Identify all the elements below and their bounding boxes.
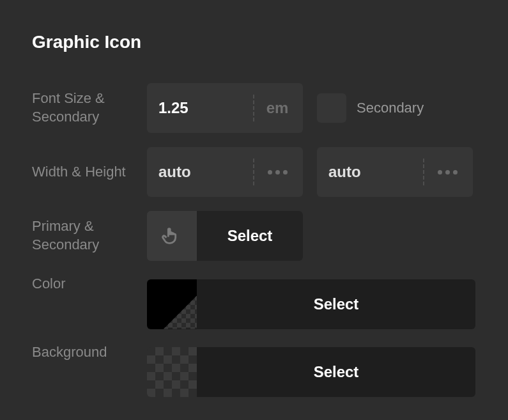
secondary-checkbox[interactable]	[317, 93, 346, 123]
secondary-checkbox-wrap: Secondary	[317, 93, 424, 123]
height-value: auto	[328, 163, 419, 181]
label-fontsize: Font Size & Secondary	[32, 89, 147, 126]
secondary-checkbox-label: Secondary	[357, 100, 424, 116]
divider	[253, 159, 254, 185]
row-primary: Primary & Secondary Select	[32, 211, 476, 261]
panel-title: Graphic Icon	[32, 32, 476, 52]
fontsize-input[interactable]: 1.25 em	[147, 83, 303, 133]
background-picker: Select	[147, 347, 475, 397]
fontsize-value: 1.25	[158, 99, 249, 117]
background-select-button[interactable]: Select	[197, 347, 475, 397]
background-swatch[interactable]	[147, 347, 197, 397]
color-picker: Select	[147, 279, 475, 329]
label-wh: Width & Height	[32, 163, 147, 182]
width-value: auto	[158, 163, 249, 181]
primary-select-button[interactable]: Select	[197, 211, 303, 261]
height-more-icon[interactable]	[433, 170, 461, 175]
height-input[interactable]: auto	[317, 147, 473, 197]
row-fontsize: Font Size & Secondary 1.25 em Secondary	[32, 83, 476, 133]
transparency-icon	[164, 296, 197, 329]
color-select-button[interactable]: Select	[197, 279, 475, 329]
divider	[253, 95, 254, 121]
divider	[423, 159, 424, 185]
label-primary: Primary & Secondary	[32, 217, 147, 254]
width-input[interactable]: auto	[147, 147, 303, 197]
width-more-icon[interactable]	[263, 170, 291, 175]
fontsize-unit[interactable]: em	[263, 99, 291, 117]
primary-picker: Select	[147, 211, 303, 261]
row-wh: Width & Height auto auto	[32, 147, 476, 197]
pointer-icon[interactable]	[147, 211, 197, 261]
label-background: Background	[32, 343, 147, 362]
color-swatch[interactable]	[147, 279, 197, 329]
label-color: Color	[32, 275, 147, 293]
